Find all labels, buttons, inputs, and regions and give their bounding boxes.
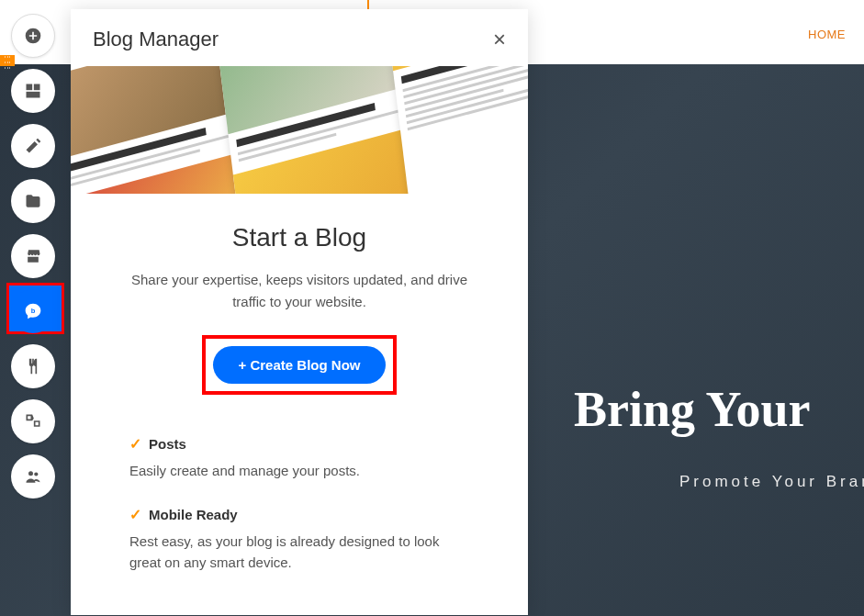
plus-icon: [24, 27, 42, 45]
folder-icon: [24, 192, 42, 210]
hero-subtitle: Promote Your Bran: [679, 473, 864, 491]
nav-home-link[interactable]: HOME: [808, 28, 846, 41]
svg-point-5: [28, 471, 33, 476]
restaurant-button[interactable]: [11, 344, 55, 388]
blog-icon: b: [24, 302, 42, 320]
svg-point-6: [34, 472, 38, 476]
ruler-mark: [367, 0, 369, 9]
feature-description: Easily create and manage your posts.: [129, 460, 469, 481]
translate-button[interactable]: [11, 399, 55, 443]
modal-header: Blog Manager ×: [71, 9, 528, 66]
features-list: ✓ Posts Easily create and manage your po…: [71, 413, 528, 615]
design-icon: [24, 137, 42, 155]
check-icon: ✓: [129, 435, 141, 453]
create-button-highlight: + Create Blog Now: [202, 335, 398, 395]
svg-rect-3: [27, 92, 40, 98]
svg-rect-2: [34, 84, 40, 91]
svg-text:b: b: [31, 307, 36, 315]
layout-icon: [24, 82, 42, 100]
store-icon: [24, 247, 42, 265]
users-button[interactable]: [11, 454, 55, 498]
svg-rect-1: [27, 84, 33, 91]
hero-title: Bring Your: [574, 381, 811, 438]
blog-heading: Start a Blog: [126, 223, 473, 252]
feature-item: ✓ Mobile Ready Rest easy, as your blog i…: [129, 506, 469, 574]
blog-manager-modal: Blog Manager × Start a Blog Share your e…: [71, 9, 528, 615]
blog-button[interactable]: b: [11, 289, 55, 333]
feature-name: Posts: [149, 436, 186, 452]
feature-item: ✓ Posts Easily create and manage your po…: [129, 435, 469, 481]
blog-description: Share your expertise, keeps visitors upd…: [126, 269, 473, 313]
modal-body: Start a Blog Share your expertise, keeps…: [71, 194, 528, 413]
pages-button[interactable]: [11, 179, 55, 223]
users-icon: [24, 467, 42, 486]
top-nav: HOME: [808, 26, 846, 42]
close-icon: ×: [493, 27, 506, 51]
check-icon: ✓: [129, 506, 141, 523]
modal-title: Blog Manager: [93, 28, 219, 51]
modal-hero-image: [71, 66, 528, 194]
mock-blog-preview: [213, 66, 420, 194]
add-button[interactable]: [11, 14, 55, 58]
feature-name: Mobile Ready: [149, 507, 238, 522]
sidebar: b: [11, 14, 55, 498]
design-button[interactable]: [11, 124, 55, 168]
feature-title-row: ✓ Posts: [129, 435, 469, 453]
feature-description: Rest easy, as your blog is already desig…: [129, 531, 469, 574]
store-button[interactable]: [11, 234, 55, 278]
utensils-icon: [24, 357, 42, 375]
close-button[interactable]: ×: [493, 28, 506, 50]
create-blog-button[interactable]: + Create Blog Now: [213, 346, 387, 384]
translate-icon: [24, 412, 42, 431]
feature-title-row: ✓ Mobile Ready: [129, 506, 469, 523]
layout-button[interactable]: [11, 69, 55, 113]
